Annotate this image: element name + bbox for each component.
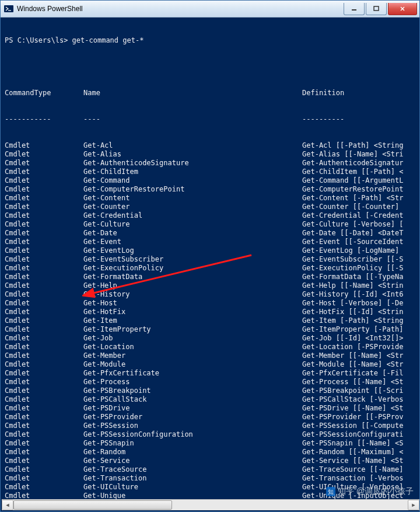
cell-def: Get-Transaction [-Verbos (302, 474, 419, 483)
table-row: CmdletGet-HistoryGet-History [[-Id] <Int… (5, 290, 419, 299)
cell-name: Get-Date (83, 229, 302, 238)
table-row: CmdletGet-ExecutionPolicyGet-ExecutionPo… (5, 264, 419, 273)
cell-name: Get-PSSessionConfiguration (83, 430, 302, 439)
cell-def: Get-Random [[-Maximum] < (302, 448, 419, 457)
table-row: CmdletGet-EventLogGet-EventLog [-LogName… (5, 246, 419, 255)
cell-name: Get-Counter (83, 203, 302, 211)
cell-name: Get-Acl (83, 141, 302, 150)
svg-text:知: 知 (328, 489, 334, 495)
table-row: CmdletGet-PSSessionGet-PSSession [[-Comp… (5, 422, 419, 430)
table-row: CmdletGet-TransactionGet-Transaction [-V… (5, 474, 419, 483)
cell-def: Get-History [[-Id] <Int6 (302, 290, 419, 299)
cell-def: Get-Member [[-Name] <Str (302, 351, 419, 360)
cell-type: Cmdlet (5, 343, 83, 351)
table-row: CmdletGet-DateGet-Date [[-Date] <DateT (5, 229, 419, 238)
cell-type: Cmdlet (5, 185, 83, 194)
cell-def: Get-Content [-Path] <Str (302, 194, 419, 203)
cell-def: Get-Module [[-Name] <Str (302, 360, 419, 369)
cell-type: Cmdlet (5, 211, 83, 220)
cell-type: Cmdlet (5, 290, 83, 299)
close-button[interactable] (388, 3, 417, 15)
cell-def: Get-Date [[-Date] <DateT (302, 229, 419, 238)
cell-def: Get-AuthenticodeSignatur (302, 159, 419, 168)
cell-type: Cmdlet (5, 176, 83, 185)
scroll-right-button[interactable]: ► (408, 500, 419, 510)
cell-type: Cmdlet (5, 203, 83, 211)
cell-name: Get-Command (83, 176, 302, 185)
cell-def: Get-Location [-PSProvide (302, 343, 419, 351)
cell-name: Get-Help (83, 281, 302, 290)
col-header-def: Definition (302, 89, 419, 97)
zhihu-icon: 知 (326, 487, 335, 496)
table-row: CmdletGet-MemberGet-Member [[-Name] <Str (5, 351, 419, 360)
console-output[interactable]: PS C:\Users\ls> get-command get-* Comman… (2, 18, 419, 501)
cell-type: Cmdlet (5, 334, 83, 343)
cell-type: Cmdlet (5, 483, 83, 492)
cell-name: Get-PSBreakpoint (83, 386, 302, 395)
table-row: CmdletGet-CounterGet-Counter [[-Counter] (5, 203, 419, 211)
titlebar[interactable]: Windows PowerShell (1, 1, 419, 18)
cell-type: Cmdlet (5, 430, 83, 439)
cell-def: Get-EventLog [-LogName] (302, 246, 419, 255)
cell-def: Get-Host [-Verbose] [-De (302, 299, 419, 308)
powershell-window: Windows PowerShell PS C:\Users\ls> get-c… (0, 0, 420, 512)
cell-name: Get-Random (83, 448, 302, 457)
cell-def: Get-Service [[-Name] <St (302, 457, 419, 465)
table-row: CmdletGet-PSSessionConfigurationGet-PSSe… (5, 430, 419, 439)
cell-def: Get-PSProvider [[-PSProv (302, 413, 419, 422)
cell-type: Cmdlet (5, 474, 83, 483)
watermark: 知 知乎 @调皮的小孩子 (326, 486, 414, 497)
cell-name: Get-EventLog (83, 246, 302, 255)
cell-def: Get-Process [[-Name] <St (302, 378, 419, 386)
table-row: CmdletGet-ItemGet-Item [-Path] <String (5, 316, 419, 325)
cell-def: Get-ExecutionPolicy [[-S (302, 264, 419, 273)
table-row: CmdletGet-ComputerRestorePointGet-Comput… (5, 185, 419, 194)
table-row: CmdletGet-LocationGet-Location [-PSProvi… (5, 343, 419, 351)
cell-name: Get-Content (83, 194, 302, 203)
cell-name: Get-HotFix (83, 308, 302, 316)
cell-def: Get-PSBreakpoint [[-Scri (302, 386, 419, 395)
cell-def: Get-Credential [-Credent (302, 211, 419, 220)
cell-def: Get-ComputerRestorePoint (302, 185, 419, 194)
scroll-track[interactable] (13, 500, 408, 510)
cell-type: Cmdlet (5, 422, 83, 430)
horizontal-scrollbar[interactable]: ◄ ► (2, 499, 419, 510)
cell-name: Get-ExecutionPolicy (83, 264, 302, 273)
table-row: CmdletGet-HelpGet-Help [[-Name] <Strin (5, 281, 419, 290)
cell-type: Cmdlet (5, 386, 83, 395)
cell-type: Cmdlet (5, 325, 83, 334)
cell-def: Get-PfxCertificate [-Fil (302, 369, 419, 378)
cell-type: Cmdlet (5, 141, 83, 150)
cell-name: Get-EventSubscriber (83, 255, 302, 264)
cell-name: Get-AuthenticodeSignature (83, 159, 302, 168)
table-row: CmdletGet-AclGet-Acl [[-Path] <String (5, 141, 419, 150)
table-row: CmdletGet-EventGet-Event [[-SourceIdent (5, 238, 419, 246)
cell-def: Get-Help [[-Name] <Strin (302, 281, 419, 290)
cell-name: Get-Process (83, 378, 302, 386)
cell-name: Get-History (83, 290, 302, 299)
cell-def: Get-ChildItem [[-Path] < (302, 168, 419, 176)
cell-type: Cmdlet (5, 369, 83, 378)
table-row: CmdletGet-CommandGet-Command [[-Argument… (5, 176, 419, 185)
scroll-left-button[interactable]: ◄ (2, 500, 13, 510)
cell-def: Get-TraceSource [[-Name] (302, 465, 419, 474)
minimize-button[interactable] (344, 3, 365, 15)
cell-name: Get-Member (83, 351, 302, 360)
cell-name: Get-PSSession (83, 422, 302, 430)
cell-def: Get-PSSession [[-Compute (302, 422, 419, 430)
cell-name: Get-Module (83, 360, 302, 369)
prompt-line: PS C:\Users\ls> get-command get-* (5, 36, 419, 45)
cell-def: Get-Event [[-SourceIdent (302, 238, 419, 246)
table-row: CmdletGet-TraceSourceGet-TraceSource [[-… (5, 465, 419, 474)
output-rows: CmdletGet-AclGet-Acl [[-Path] <StringCmd… (5, 141, 419, 501)
maximize-button[interactable] (366, 3, 387, 15)
table-row: CmdletGet-ContentGet-Content [-Path] <St… (5, 194, 419, 203)
scroll-thumb[interactable] (13, 500, 172, 510)
watermark-user: @调皮的小孩子 (356, 486, 414, 497)
col-header-type: CommandType (5, 89, 83, 97)
cell-name: Get-Host (83, 299, 302, 308)
table-row: CmdletGet-JobGet-Job [[-Id] <Int32[]> (5, 334, 419, 343)
cell-name: Get-Job (83, 334, 302, 343)
cell-type: Cmdlet (5, 351, 83, 360)
cell-type: Cmdlet (5, 395, 83, 404)
